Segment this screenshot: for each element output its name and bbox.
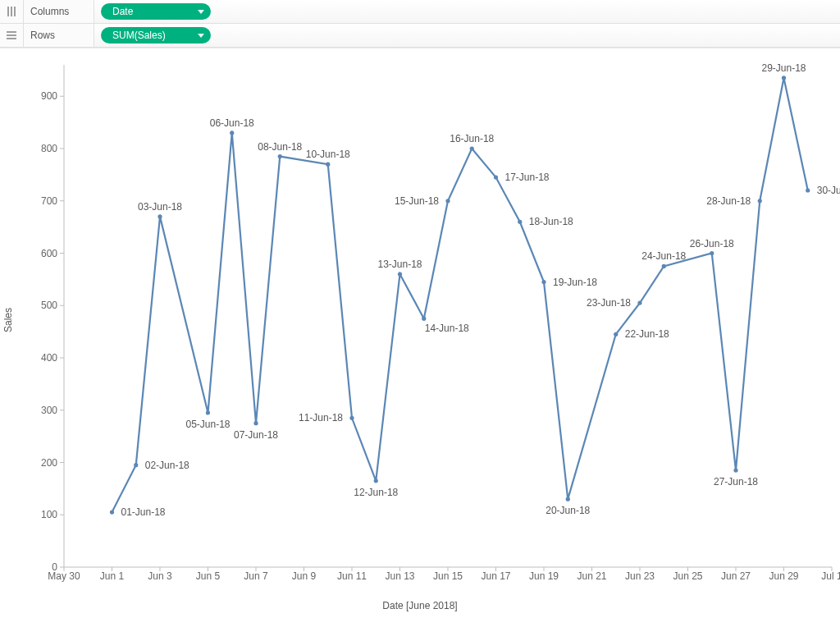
columns-pill-date[interactable]: Date bbox=[101, 3, 211, 20]
rows-shelf[interactable]: Rows SUM(Sales) bbox=[0, 24, 840, 48]
svg-point-57 bbox=[733, 468, 737, 472]
y-tick-label: 600 bbox=[41, 248, 57, 259]
x-tick-label: Jun 21 bbox=[577, 570, 606, 582]
svg-point-49 bbox=[494, 175, 498, 179]
y-tick-label: 200 bbox=[41, 457, 57, 469]
y-axis-title: Sales bbox=[2, 308, 14, 332]
y-tick-label: 700 bbox=[41, 195, 57, 207]
svg-point-55 bbox=[662, 264, 666, 268]
x-axis-title: Date [June 2018] bbox=[382, 600, 457, 611]
svg-point-41 bbox=[278, 154, 282, 158]
x-tick-label: Jun 11 bbox=[337, 570, 367, 582]
x-tick-label: Jun 13 bbox=[385, 570, 414, 582]
rows-pill-area[interactable]: SUM(Sales) bbox=[94, 24, 840, 47]
svg-point-56 bbox=[710, 251, 714, 255]
plot-region[interactable]: 0100200300400500600700800900May 30Jun 1J… bbox=[64, 65, 832, 567]
y-tick-label: 400 bbox=[41, 352, 57, 364]
x-tick-label: Jun 3 bbox=[148, 570, 171, 582]
columns-shelf-label: Columns bbox=[24, 0, 94, 23]
svg-point-39 bbox=[230, 130, 234, 135]
rows-pill-label: SUM(Sales) bbox=[112, 30, 166, 41]
svg-point-48 bbox=[470, 146, 474, 150]
svg-point-54 bbox=[637, 300, 641, 304]
x-tick-label: Jun 19 bbox=[529, 570, 559, 582]
x-tick-label: Jun 7 bbox=[244, 570, 267, 582]
svg-point-35 bbox=[110, 510, 114, 514]
y-tick-label: 800 bbox=[41, 143, 57, 154]
x-tick-label: Jul 1 bbox=[821, 570, 840, 582]
svg-point-43 bbox=[349, 416, 354, 420]
y-tick-label: 100 bbox=[41, 509, 57, 520]
columns-shelf[interactable]: Columns Date bbox=[0, 0, 840, 24]
shelves-area: Columns Date Rows SUM(Sales) bbox=[0, 0, 840, 48]
x-tick-label: Jun 29 bbox=[769, 570, 798, 582]
svg-point-42 bbox=[326, 163, 330, 167]
svg-point-40 bbox=[253, 421, 258, 425]
y-tick-label: 500 bbox=[41, 300, 57, 311]
y-tick-label: 300 bbox=[41, 405, 57, 416]
x-tick-label: Jun 23 bbox=[625, 570, 655, 582]
svg-point-37 bbox=[158, 214, 162, 218]
x-tick-label: Jun 17 bbox=[481, 570, 510, 582]
svg-point-59 bbox=[782, 76, 786, 80]
svg-point-51 bbox=[541, 280, 546, 284]
svg-point-45 bbox=[398, 272, 402, 276]
svg-point-50 bbox=[518, 220, 522, 224]
x-tick-label: Jun 27 bbox=[721, 570, 751, 582]
columns-pill-label: Date bbox=[112, 6, 133, 17]
svg-point-60 bbox=[806, 188, 810, 192]
x-tick-label: Jun 15 bbox=[433, 570, 463, 582]
svg-point-47 bbox=[445, 199, 450, 203]
svg-point-53 bbox=[614, 332, 618, 336]
x-tick-label: Jun 1 bbox=[100, 570, 124, 582]
x-tick-label: May 30 bbox=[48, 570, 80, 582]
x-tick-label: Jun 5 bbox=[196, 570, 220, 582]
plot-svg bbox=[64, 65, 832, 567]
columns-pill-area[interactable]: Date bbox=[94, 0, 840, 23]
x-tick-label: Jun 25 bbox=[673, 570, 702, 582]
rows-icon bbox=[0, 24, 24, 47]
rows-pill-sum-sales[interactable]: SUM(Sales) bbox=[101, 27, 211, 43]
svg-point-46 bbox=[422, 317, 426, 321]
svg-point-38 bbox=[206, 410, 210, 414]
svg-point-36 bbox=[134, 463, 138, 467]
svg-point-58 bbox=[758, 199, 762, 203]
svg-point-52 bbox=[566, 497, 570, 501]
chart-area[interactable]: Sales 0100200300400500600700800900May 30… bbox=[0, 48, 840, 616]
x-tick-label: Jun 9 bbox=[292, 570, 316, 582]
svg-point-44 bbox=[374, 478, 378, 483]
y-tick-label: 900 bbox=[41, 90, 57, 102]
rows-shelf-label: Rows bbox=[24, 24, 94, 47]
columns-icon bbox=[0, 0, 24, 23]
